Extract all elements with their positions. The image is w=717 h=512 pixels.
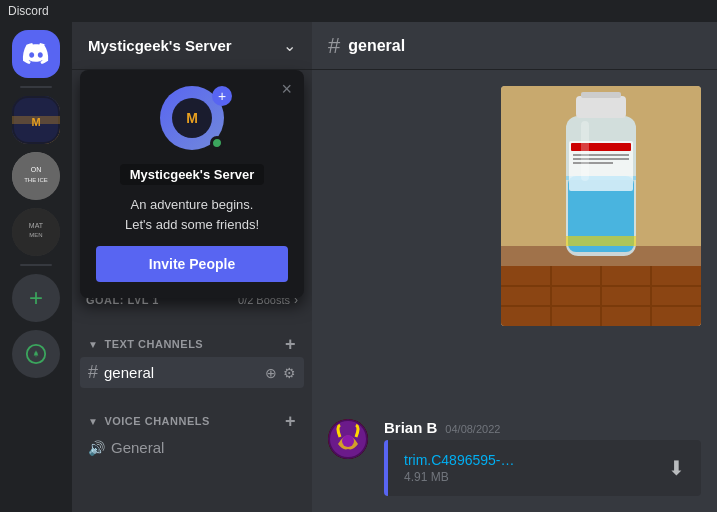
popup-description: An adventure begins. Let's add some frie… [96, 195, 288, 234]
hash-icon: # [88, 362, 98, 383]
main-content: # general [312, 22, 717, 512]
svg-text:M: M [186, 110, 198, 126]
server-divider-2 [20, 264, 52, 266]
channel-hash-icon: # [328, 33, 340, 59]
bottle-illustration-icon [501, 86, 701, 326]
message-author: Brian B [384, 419, 437, 436]
svg-rect-3 [12, 116, 60, 124]
svg-point-37 [342, 435, 354, 447]
image-preview-container [328, 86, 701, 326]
bottle-image-attachment [501, 86, 701, 326]
text-channels-header[interactable]: ▼ TEXT CHANNELS + [80, 331, 304, 357]
voice-channel-name: General [111, 439, 164, 456]
settings-gear-icon[interactable]: ⚙ [283, 365, 296, 381]
add-text-channel-button[interactable]: + [285, 335, 296, 353]
message-group: Brian B 04/08/2022 trim.C4896595-… 4.91 … [328, 419, 701, 496]
server-1-art-icon: M [12, 96, 60, 144]
file-name: trim.C4896595-… [404, 452, 656, 468]
popup-close-button[interactable]: × [281, 80, 292, 98]
svg-rect-26 [576, 96, 626, 118]
svg-rect-33 [581, 121, 589, 181]
channel-header: # general [312, 22, 717, 70]
voice-channels-section: ▼ VOICE CHANNELS + 🔊 General [72, 392, 312, 465]
app-title: Discord [8, 4, 49, 18]
server-name: Mysticgeek's Server [88, 37, 232, 54]
server-2-art-icon: ON THE ICE [12, 152, 60, 200]
file-attachment: trim.C4896595-… 4.91 MB ⬇ [384, 440, 701, 496]
popup-add-icon[interactable]: + [212, 86, 232, 106]
invite-people-button[interactable]: Invite People [96, 246, 288, 282]
svg-text:MEN: MEN [29, 232, 42, 238]
add-voice-channel-button[interactable]: + [285, 412, 296, 430]
user-avatar [328, 419, 368, 459]
svg-text:MAT: MAT [29, 222, 44, 229]
message-timestamp: 04/08/2022 [445, 423, 500, 435]
svg-rect-29 [571, 143, 631, 151]
server-icon-2[interactable]: ON THE ICE [12, 152, 60, 200]
server-icon-3[interactable]: MAT MEN [12, 208, 60, 256]
server-list: M ON THE ICE MAT MEN + [0, 22, 72, 512]
popup-server-logo-icon: M [172, 98, 212, 138]
svg-rect-34 [566, 236, 636, 246]
message-content: Brian B 04/08/2022 trim.C4896595-… 4.91 … [384, 419, 701, 496]
app-body: M ON THE ICE MAT MEN + [0, 22, 717, 512]
svg-rect-32 [573, 162, 613, 164]
avatar-icon [328, 419, 368, 459]
message-header: Brian B 04/08/2022 [384, 419, 701, 436]
discord-home-button[interactable] [12, 30, 60, 78]
compass-icon [25, 343, 47, 365]
svg-text:THE ICE: THE ICE [24, 177, 48, 183]
text-channels-label: TEXT CHANNELS [104, 338, 203, 350]
server-chevron-icon: ⌄ [283, 36, 296, 55]
channel-header-name: general [348, 37, 405, 55]
channel-item-general[interactable]: # general ⊕ ⚙ [80, 357, 304, 388]
server-header[interactable]: Mysticgeek's Server ⌄ [72, 22, 312, 70]
channel-name-general: general [104, 364, 259, 381]
voice-channels-label: VOICE CHANNELS [104, 415, 209, 427]
voice-channels-header[interactable]: ▼ VOICE CHANNELS + [80, 408, 304, 434]
file-info: trim.C4896595-… 4.91 MB [404, 452, 656, 484]
file-size: 4.91 MB [404, 470, 656, 484]
download-button[interactable]: ⬇ [668, 456, 685, 480]
voice-channel-general[interactable]: 🔊 General [80, 434, 304, 461]
server-icon-1[interactable]: M [12, 96, 60, 144]
channel-sidebar: Mysticgeek's Server ⌄ M + Mysticgeek's S… [72, 22, 312, 512]
server-popup: M + Mysticgeek's Server An adventure beg… [80, 70, 304, 298]
add-server-button[interactable]: + [12, 274, 60, 322]
add-member-icon[interactable]: ⊕ [265, 365, 277, 381]
svg-point-4 [12, 152, 60, 200]
text-channels-chevron-icon: ▼ [88, 339, 98, 350]
channel-actions: ⊕ ⚙ [265, 365, 296, 381]
explore-button[interactable] [12, 330, 60, 378]
server-divider [20, 86, 52, 88]
server-3-art-icon: MAT MEN [12, 208, 60, 256]
popup-server-name-badge: Mysticgeek's Server [120, 164, 265, 185]
svg-text:ON: ON [31, 166, 42, 173]
title-bar: Discord [0, 0, 717, 22]
messages-area: Brian B 04/08/2022 trim.C4896595-… 4.91 … [312, 70, 717, 512]
speaker-icon: 🔊 [88, 440, 105, 456]
text-channels-section: ▼ TEXT CHANNELS + # general ⊕ ⚙ [72, 315, 312, 392]
svg-rect-27 [581, 92, 621, 98]
voice-channels-chevron-icon: ▼ [88, 416, 98, 427]
discord-logo-icon [22, 40, 50, 68]
online-status-dot [210, 136, 224, 150]
popup-server-header: M + Mysticgeek's Server [96, 86, 288, 185]
